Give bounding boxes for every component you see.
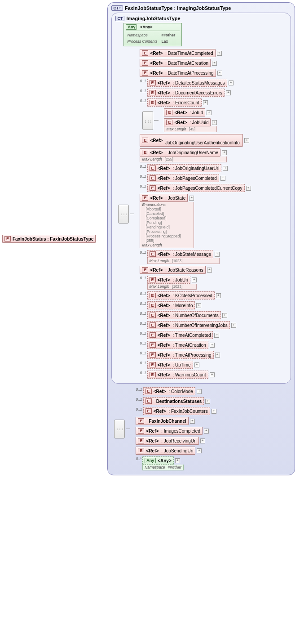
expand-icon[interactable]: +	[207, 110, 211, 115]
element-ic: E<Ref>: ImagesCompleted+	[136, 427, 216, 435]
any-wildcard: Any <Any> Namespace ##other Process Cont…	[123, 23, 182, 46]
expand-icon[interactable]: +	[212, 120, 217, 125]
element-box: E<Ref>: JobOriginatingUserUri	[147, 164, 222, 172]
expand-icon[interactable]: +	[214, 333, 219, 338]
expand-icon[interactable]: +	[217, 51, 222, 56]
element-box: E<Ref>: DateTimeAtProcessing	[140, 69, 216, 77]
expand-icon[interactable]: +	[196, 303, 201, 308]
expand-icon[interactable]: +	[197, 389, 202, 394]
expand-icon[interactable]: +	[217, 71, 222, 76]
element-box: EFaxInJobChannel	[136, 417, 188, 425]
expand-icon[interactable]: +	[244, 138, 249, 143]
element-dtc: E<Ref>: DateTimeAtCompleted+	[140, 49, 251, 57]
expand-icon[interactable]: +	[192, 277, 197, 282]
element-name: : ColorMode	[168, 389, 193, 394]
expand-icon[interactable]: +	[246, 186, 251, 191]
element-box: E<Ref>: DetailedStatusMessages	[147, 79, 227, 87]
element-dtp: E<Ref>: DateTimeAtProcessing+	[140, 69, 251, 77]
element-jpc: 0..1E<Ref>: JobPagesCompleted+	[140, 174, 251, 182]
expand-icon[interactable]: +	[216, 293, 221, 298]
ref-label: <Ref>	[150, 71, 163, 76]
ref-label: <Ref>	[150, 138, 163, 143]
element-dtcr: E<Ref>: DateTimeAtCreation+	[140, 59, 251, 67]
element-name: : DateTimeAtProcessing	[165, 71, 213, 76]
ref-label: <Ref>	[154, 389, 166, 394]
ref-label: <Ref>	[158, 323, 170, 328]
choice-group-jobidgroup: E<Ref>: JobId+E<Ref>: JobUuid+Max Length…	[140, 108, 251, 132]
expand-icon[interactable]: +	[211, 409, 216, 414]
ref-label: <Ref>	[158, 333, 170, 338]
expand-icon[interactable]: +	[200, 438, 205, 443]
occurrence: 0..1	[140, 250, 146, 255]
root-element: E FaxInJobStatus : FaxInJobStatusType	[2, 235, 96, 243]
element-box: E<Ref>: FaxInJobCounters	[143, 407, 210, 415]
element-badge: E	[150, 293, 156, 298]
ref-label: <Ref>	[150, 196, 163, 201]
expand-icon[interactable]: +	[226, 90, 231, 95]
element-joun: E<Ref>: JobOriginatingUserName+Max Lengt…	[140, 148, 251, 162]
expand-icon[interactable]: +	[190, 419, 195, 424]
element-jst: E<Ref>: JobState+Enumerations[Aborted][C…	[140, 194, 251, 248]
expand-icon[interactable]: +	[222, 150, 227, 155]
ref-label: <Ref>	[158, 362, 170, 367]
occurrence: 0..1	[140, 79, 146, 83]
occurrence: 0..1	[140, 351, 146, 355]
expand-icon[interactable]: +	[212, 61, 217, 66]
occurrence: 0..1	[140, 184, 146, 188]
ref-label: <Ref>	[158, 343, 170, 348]
expand-icon[interactable]: +	[194, 362, 199, 367]
any-ns-val: ##other	[161, 32, 178, 38]
expand-icon[interactable]: +	[220, 176, 225, 181]
element-badge: E	[142, 60, 148, 66]
any-ns-label: Namespace	[127, 32, 160, 38]
facets: Max Length[1023]	[147, 258, 220, 264]
element-fch: EFaxInJobChannel+	[136, 417, 216, 425]
element-badge: E	[142, 70, 148, 76]
expand-icon[interactable]: +	[210, 343, 215, 348]
element-badge: E	[142, 50, 148, 56]
expand-icon[interactable]: +	[229, 80, 234, 85]
ref-label: <Ref>	[158, 303, 170, 308]
expand-icon[interactable]: +	[215, 252, 220, 257]
occurrence: 0..1	[140, 331, 146, 335]
expand-icon[interactable]: +	[204, 429, 209, 434]
expand-icon[interactable]: +	[223, 166, 228, 171]
expand-icon[interactable]: +	[205, 399, 210, 404]
sequence-indicator	[118, 205, 129, 224]
element-badge: E	[150, 277, 156, 282]
element-name: : JobStateMessage	[172, 252, 211, 257]
element-badge: E	[150, 80, 156, 85]
expand-icon[interactable]: +	[231, 323, 236, 328]
ref-label: <Ref>	[174, 120, 187, 125]
expand-icon[interactable]: +	[222, 313, 227, 318]
element-box: E<Ref>: ImagesCompleted	[136, 427, 203, 435]
element-badge: E	[150, 352, 156, 358]
element-box: E<Ref>: DateTimeAtCompleted	[140, 49, 215, 57]
ref-label: <Ref>	[158, 186, 170, 191]
ct-badge: CT	[115, 16, 124, 21]
element-badge: E	[150, 175, 156, 181]
element-badge: E	[142, 150, 148, 155]
occurrence: 0..1	[140, 98, 146, 103]
expand-icon[interactable]: +	[207, 268, 212, 273]
element-box: E<Ref>: KOctetsProcessed	[147, 291, 215, 300]
element-name: : JobUuid	[189, 120, 208, 125]
inner-complextype: CT ImagingJobStatusType Any <Any> Namesp…	[111, 13, 291, 384]
expand-icon[interactable]: +	[215, 353, 220, 358]
expand-icon[interactable]: +	[189, 196, 194, 201]
occurrence: 0..1	[140, 164, 146, 169]
element-name: : JobOriginatingUserAuthenticationInfo	[165, 135, 241, 145]
element-box: E<Ref>: JobOriginatingUserAuthentication…	[140, 134, 243, 147]
element-badge: E	[150, 90, 156, 95]
element-jpcc: 0..1E<Ref>: JobPagesCompletedCurrentCopy…	[140, 184, 251, 192]
occurrence: 0..1	[140, 291, 146, 296]
expand-icon[interactable]: +	[203, 100, 208, 105]
element-name: : JobId	[189, 110, 203, 115]
expand-icon[interactable]: +	[197, 448, 202, 453]
element-name: : ErrorsCount	[172, 100, 199, 105]
expand-icon[interactable]: +	[210, 372, 215, 377]
element-name: : JobPagesCompleted	[172, 176, 216, 181]
expand-icon[interactable]: +	[175, 458, 180, 463]
occurrence: 0..1	[140, 301, 146, 306]
inner-ct-title: ImagingJobStatusType	[126, 16, 180, 21]
